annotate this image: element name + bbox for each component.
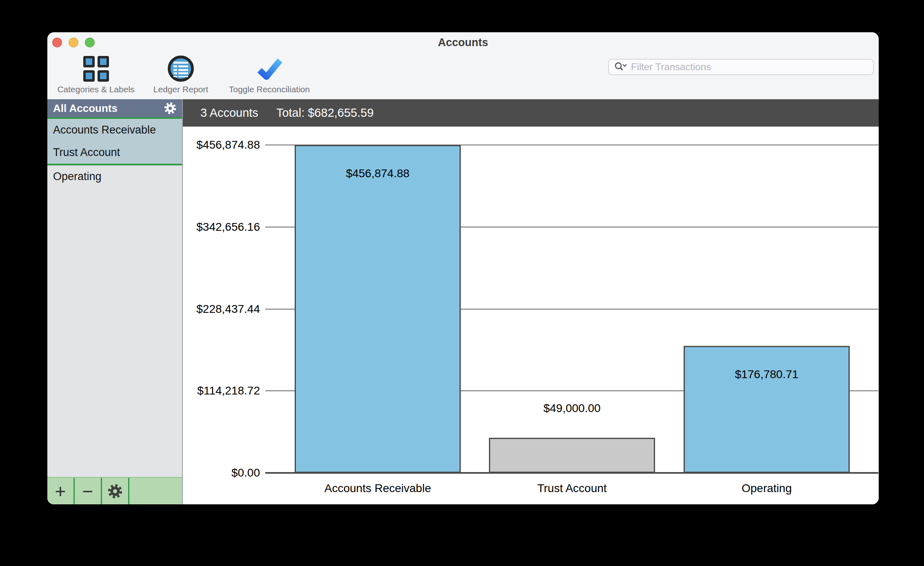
bar-value-label: $49,000.00	[489, 401, 655, 415]
app-window: Accounts Categories & Labels Ledger Repo…	[47, 32, 879, 504]
sidebar-item-label: Trust Account	[53, 146, 120, 159]
bar-trust-account[interactable]	[489, 438, 655, 473]
sidebar-item-trust-account[interactable]: Trust Account	[47, 141, 182, 164]
bar-operating[interactable]	[684, 346, 850, 473]
ledger-report-label: Ledger Report	[153, 85, 208, 94]
ledger-report-button[interactable]: Ledger Report	[138, 55, 224, 94]
footer-spacer	[129, 478, 182, 504]
accounts-total: Total: $682,655.59	[276, 106, 374, 120]
sidebar-item-accounts-receivable[interactable]: Accounts Receivable	[47, 119, 182, 141]
x-axis-line	[265, 472, 878, 474]
remove-account-button[interactable]: −	[75, 478, 102, 504]
summary-bar: 3 Accounts Total: $682,655.59	[183, 99, 879, 127]
desktop: { "window_title": "Accounts", "toolbar":…	[0, 0, 924, 566]
categories-grid-icon	[83, 55, 109, 82]
ledger-report-icon	[168, 55, 194, 82]
sidebar-empty-area	[47, 188, 182, 477]
bar-value-label: $456,874.88	[295, 167, 461, 180]
x-axis-label: Operating	[684, 481, 850, 495]
accounts-count: 3 Accounts	[200, 106, 258, 120]
filter-transactions-input[interactable]	[628, 61, 868, 73]
x-axis-label: Accounts Receivable	[295, 481, 461, 495]
toggle-reconciliation-label: Toggle Reconciliation	[229, 85, 310, 94]
categories-labels-button[interactable]: Categories & Labels	[53, 55, 139, 94]
account-settings-button[interactable]	[102, 478, 129, 504]
sidebar-header-label: All Accounts	[53, 102, 118, 115]
sidebar-gear-icon[interactable]	[164, 102, 176, 114]
accounts-sidebar: All Accounts Accounts Receivable Trust A…	[47, 99, 183, 504]
y-tick-label: $114,218.72	[183, 384, 260, 398]
bar-chart-plot: $456,874.88$342,656.16$228,437.44$114,21…	[183, 127, 879, 504]
sidebar-header: All Accounts	[47, 99, 182, 117]
bar-accounts-receivable[interactable]	[295, 145, 461, 473]
gear-icon	[108, 484, 122, 499]
y-tick-label: $456,874.88	[183, 138, 260, 152]
sidebar-item-label: Operating	[53, 170, 102, 183]
filter-field-container	[608, 59, 874, 75]
toggle-reconciliation-button[interactable]: Toggle Reconciliation	[223, 55, 315, 94]
checkmark-icon	[256, 55, 282, 82]
add-account-button[interactable]: +	[47, 478, 75, 504]
sidebar-footer-bar: + −	[47, 477, 182, 504]
y-tick-label: $0.00	[183, 466, 260, 480]
bar-value-label: $176,780.71	[684, 368, 850, 381]
sidebar-item-label: Accounts Receivable	[53, 124, 156, 136]
sidebar-item-operating[interactable]: Operating	[47, 165, 182, 188]
x-axis-label: Trust Account	[489, 481, 655, 495]
y-tick-label: $342,656.16	[183, 220, 260, 234]
y-tick-label: $228,437.44	[183, 302, 260, 316]
categories-labels-label: Categories & Labels	[57, 85, 134, 94]
window-title: Accounts	[47, 36, 879, 49]
search-icon	[614, 61, 628, 73]
